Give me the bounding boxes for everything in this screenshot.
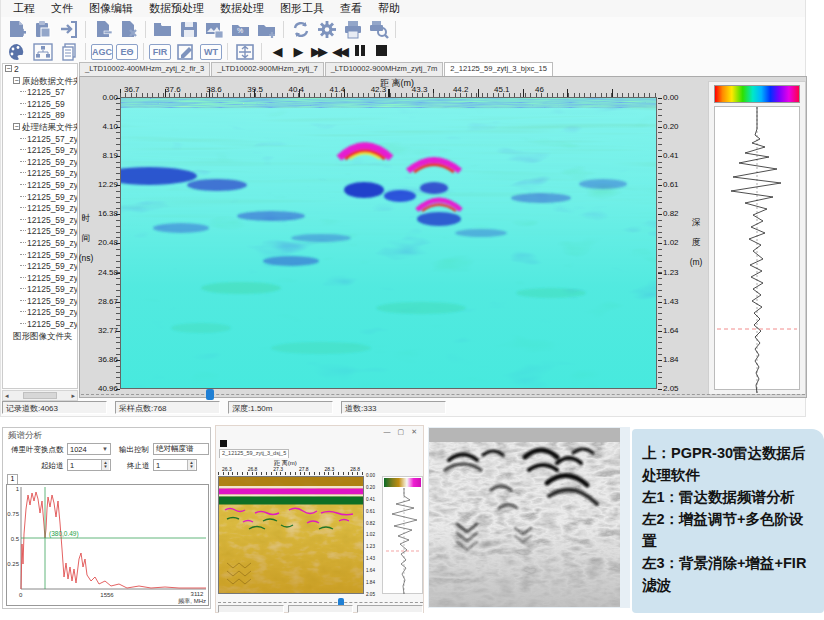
tree-item-result-file[interactable]: 12125_59_zy [3,296,77,308]
menu-item[interactable]: 数据预处理 [141,0,212,17]
document-tab[interactable]: _LTD10002-900MHzm_zytj_7m [325,62,444,76]
trace-position-slider[interactable] [81,389,805,400]
fast-forward-icon[interactable]: ▶▶ [308,44,328,59]
tree-item-result-file[interactable]: 12125_59_zy [3,319,77,331]
settings-gear-icon[interactable] [314,19,339,40]
folder-add-icon[interactable] [254,19,279,40]
document-tab-active[interactable]: 2_12125_59_zytj_3_bjxc_15 [444,62,553,76]
tree-item-result-file[interactable]: 12125_59_zy [3,168,77,180]
spectrum-y-tick: 0.25 [7,561,19,567]
stop-icon[interactable] [220,440,227,447]
scrollbar-thumb[interactable] [23,392,57,399]
stop-icon[interactable] [371,44,391,59]
import-icon[interactable] [56,19,81,40]
pause-icon[interactable] [350,44,370,59]
wiggle-trace [384,488,421,592]
tree-item-raw-file[interactable]: 12125_59 [3,99,77,111]
save-image-icon[interactable] [202,19,227,40]
output-control-field[interactable]: 绝对幅度谱 [153,443,209,455]
y-tick-label: 1.02 [366,532,380,537]
tree-folder-raw[interactable]: 原始数据文件夹 [3,76,77,88]
tree-item-raw-file[interactable]: 12125_57 [3,87,77,99]
tree-item-result-file[interactable]: 12125_59_zy [3,273,77,285]
slider-thumb[interactable] [206,389,214,400]
maximize-button[interactable]: ▢ [398,428,405,436]
save-icon[interactable] [176,19,201,40]
rewind-icon[interactable]: ◀◀ [329,44,349,59]
document-tab[interactable]: _LTD10002-900MHzm_zytj_7 [211,62,323,76]
y-tick-label: 1.84 [663,355,687,364]
tree-item-result-file[interactable]: 12125_59_zy [3,180,77,192]
end-trace-spinner[interactable]: 1 ▲▼ [153,459,197,471]
agc-button[interactable]: AGC [91,44,113,60]
tree-folder-results[interactable]: 处理结果文件夹 [3,122,77,134]
menu-item[interactable]: 工程 [5,0,43,17]
document-tab-active[interactable]: 2_12125_59_zytj_3_dsj_5 [219,449,289,458]
document-tab[interactable]: _LTD10002-400MHzm_zytj_2_fir_3 [79,62,210,76]
spinner-arrows-icon[interactable]: ▲▼ [187,460,195,470]
toolbar-separator [85,43,86,60]
minimize-button[interactable]: — [384,428,391,435]
menu-item[interactable]: 帮助 [370,0,408,17]
equalizer-button[interactable]: EΘ [116,44,138,60]
refresh-icon[interactable] [288,19,313,40]
wt-wavelet-button[interactable]: WT [200,44,222,60]
tree-item-result-file[interactable]: 12125_59_zy [3,157,77,169]
tree-root[interactable]: 2 [3,64,77,76]
menu-item[interactable]: 数据处理 [212,0,272,17]
tree-item-result-file[interactable]: 12125_59_zy [3,284,77,296]
tree-item-raw-file[interactable]: 12125_89 [3,110,77,122]
tree-item-result-file[interactable]: 12125_59_zy [3,307,77,319]
delete-file-icon[interactable] [116,19,141,40]
tree-item-result-file[interactable]: 12125_59_zy [3,226,77,238]
spinner-arrows-icon[interactable]: ▲▼ [101,460,109,470]
remove-file-icon[interactable] [90,19,115,40]
window-titlebar: — ▢ ✕ [216,426,423,437]
tree-item-result-file[interactable]: 12125_59_zy [3,215,77,227]
tree-item-result-file[interactable]: 12125_59_zy [3,192,77,204]
palette-icon[interactable] [4,41,29,62]
edit-brush-icon[interactable] [173,41,198,62]
step-back-icon[interactable]: ◀ [266,44,286,59]
tree-item-result-file[interactable]: 12125_59_zy [3,250,77,262]
tree-item-result-file[interactable]: 12125_59_zy [3,261,77,273]
print-icon[interactable] [340,19,365,40]
play-icon[interactable]: ▶ [287,44,307,59]
menu-item[interactable]: 图形工具 [272,0,332,17]
tree-item-result-file[interactable]: 12125_59_zy [3,238,77,250]
y-tick-label: 0.20 [663,122,687,131]
menu-item[interactable]: 查看 [332,0,370,17]
y-tick-label: 1.23 [663,268,687,277]
open-folder-icon[interactable] [150,19,175,40]
tree-horizontal-scrollbar[interactable]: ◂ ▸ [2,390,78,401]
tree-item-result-file[interactable]: 12125_59_zy [3,203,77,215]
menu-item[interactable]: 文件 [43,0,81,17]
spectrum-plot-tab[interactable]: 1 [7,474,18,484]
rainbow-colorbar [714,85,800,103]
close-button[interactable]: ✕ [411,428,417,436]
menu-item[interactable]: 图像编辑 [81,0,141,17]
tree-item-result-file[interactable]: 12125_57_zy [3,134,77,146]
fit-view-icon[interactable] [232,41,257,62]
print-preview-icon[interactable] [366,19,391,40]
radargram-image-colorlevel[interactable] [218,476,364,594]
radargram-image[interactable] [120,97,657,389]
start-trace-spinner[interactable]: 1 ▲▼ [67,459,111,471]
scroll-right-icon[interactable]: ▸ [71,392,75,400]
spectrum-y-tick: 1 [16,486,20,492]
y-right-ticks: 0.000.200.410.610.821.021.231.431.641.84… [663,93,687,393]
fft-points-label: 傅里叶变换点数 [11,445,64,455]
hierarchy-icon[interactable] [30,41,55,62]
status-bar: 记录道数:4063采样点数:768深度:1.50m道数:333 [2,401,446,415]
new-file-icon[interactable] [4,19,29,40]
paste-icon[interactable] [30,19,55,40]
fir-filter-button[interactable]: FIR [149,44,171,60]
folder-cut-icon[interactable]: % [228,19,253,40]
trace-panel [382,476,423,594]
scroll-left-icon[interactable]: ◂ [5,392,9,400]
tree-folder-images[interactable]: 图形图像文件夹 [3,331,77,343]
documents-icon[interactable] [56,41,81,62]
fft-points-select[interactable]: 1024▼ [67,443,111,455]
grayscale-result-panel [428,427,630,608]
tree-item-result-file[interactable]: 12125_59_zy [3,145,77,157]
